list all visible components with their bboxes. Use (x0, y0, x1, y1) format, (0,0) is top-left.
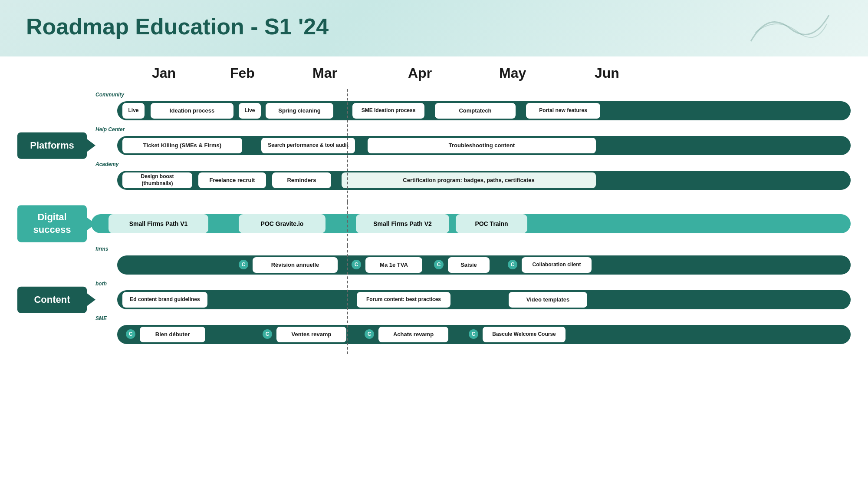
platforms-section: Platforms Community Live Ideation proces… (17, 93, 851, 198)
firms-saisie: Saisie (447, 256, 490, 274)
doodle-icon (746, 7, 833, 50)
academy-track: Academy Design boost (thumbnails) Freela… (91, 167, 851, 193)
month-feb: Feb (230, 65, 255, 81)
digital-small-firms-v1: Small Firms Path V1 (108, 214, 208, 233)
academy-design-boost: Design boost (thumbnails) (122, 172, 193, 189)
helpcenter-track: Help Center Ticket Killing (SMEs & Firms… (91, 132, 851, 159)
content-both-track: both Ed content brand guidelines Forum c… (91, 287, 851, 313)
firms-label: firms (95, 246, 108, 252)
digital-success-section: Digital success Small Firms Path V1 POC … (17, 206, 851, 241)
content-firms-track: firms C Révision annuelle C Ma 1e TVA C … (91, 252, 851, 278)
content-section: Content firms C Révision annuelle C Ma 1… (17, 250, 851, 350)
community-track: Community Live Ideation process Live Spr… (91, 98, 851, 124)
header-section: Roadmap Education - S1 '24 (0, 0, 868, 56)
month-may: May (499, 65, 526, 81)
community-sme-ideation: SME Ideation process (352, 102, 425, 119)
community-ideation: Ideation process (150, 102, 234, 119)
community-live1: Live (122, 102, 145, 119)
digital-success-label: Digital success (33, 212, 71, 235)
firms-ma1tva: Ma 1e TVA (365, 256, 423, 274)
sme-ventes: Ventes revamp (276, 326, 347, 343)
community-spring: Spring cleaning (265, 102, 334, 119)
both-label: both (95, 281, 107, 287)
content-label: Content (34, 294, 70, 305)
academy-label: Academy (95, 161, 118, 167)
both-forum: Forum content: best practices (356, 291, 451, 308)
sme-label: SME (95, 315, 107, 321)
month-jan: Jan (152, 65, 176, 81)
both-video: Video templates (508, 291, 588, 308)
helpcenter-ticket: Ticket Killing (SMEs & Firms) (122, 137, 243, 154)
helpcenter-troubleshoot: Troubleshooting content (367, 137, 597, 154)
month-jun: Jun (595, 65, 619, 81)
academy-freelance: Freelance recruit (197, 172, 267, 189)
community-label: Community (95, 92, 124, 98)
digital-poc-trainn: POC Trainn (456, 214, 527, 233)
sme-bien-debuter: Bien débuter (139, 326, 206, 343)
community-live2: Live (238, 102, 262, 119)
community-comptatech: Comptatech (434, 102, 516, 119)
digital-small-firms-v2: Small Firms Path V2 (356, 214, 449, 233)
month-mar: Mar (312, 65, 337, 81)
sme-bascule: Bascule Welcome Course (482, 326, 566, 343)
helpcenter-label: Help Center (95, 126, 125, 132)
sme-achats: Achats revamp (378, 326, 449, 343)
community-portal: Portal new features (525, 102, 601, 119)
chart-container: Jan Feb Mar Apr May Jun Platforms Commun… (0, 56, 868, 363)
firms-revision: Révision annuelle (252, 256, 339, 274)
platforms-label: Platforms (30, 140, 74, 151)
digital-poc-gravite: POC Gravite.io (239, 214, 326, 233)
content-sme-track: SME C Bien débuter C Ventes revamp C Ach… (91, 321, 851, 348)
page-title: Roadmap Education - S1 '24 (26, 13, 842, 40)
helpcenter-search: Search performance & tool audit (260, 137, 356, 154)
academy-certification: Certification program: badges, paths, ce… (341, 172, 597, 189)
both-ed-content: Ed content brand guidelines (122, 291, 208, 308)
firms-collab: Collaboration client (521, 256, 592, 274)
month-apr: Apr (408, 65, 432, 81)
academy-reminders: Reminders (271, 172, 332, 189)
